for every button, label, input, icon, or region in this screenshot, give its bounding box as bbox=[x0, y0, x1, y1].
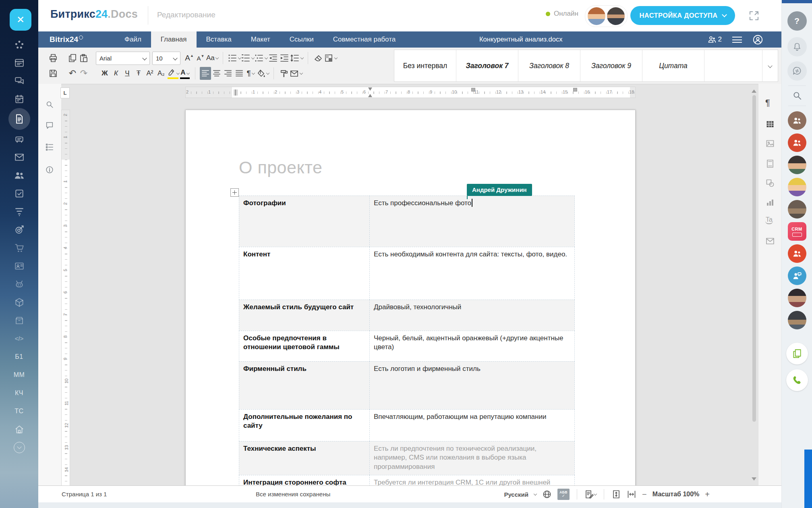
chat-avatar-user-2[interactable] bbox=[788, 178, 806, 196]
shape-settings-button[interactable] bbox=[765, 178, 775, 188]
print-button[interactable] bbox=[48, 52, 59, 65]
numbered-list-button[interactable] bbox=[241, 52, 254, 65]
users-count-button[interactable]: 2 bbox=[707, 35, 722, 44]
table-row[interactable]: Контент Есть необходимый контента для са… bbox=[239, 247, 575, 300]
sidebar-item-messenger[interactable] bbox=[13, 75, 25, 87]
align-right-button[interactable] bbox=[222, 67, 234, 80]
font-size-select[interactable]: 10 bbox=[152, 52, 180, 65]
chat-avatar-group-3[interactable] bbox=[788, 244, 806, 263]
paragraph-marks-button[interactable]: ¶ bbox=[245, 67, 256, 80]
chat-avatar-group-2[interactable] bbox=[788, 133, 806, 152]
text-art-settings-button[interactable]: Ta bbox=[765, 216, 773, 223]
table-row[interactable]: Дополнительные пожелания по сайту Впечат… bbox=[239, 409, 575, 441]
sidebar-item-badge-mm[interactable]: ММ bbox=[13, 369, 25, 381]
sidebar-item-catalog[interactable] bbox=[13, 296, 25, 308]
history-button[interactable] bbox=[787, 61, 807, 81]
sidebar-item-company[interactable] bbox=[13, 423, 25, 435]
collaborator-avatars[interactable] bbox=[585, 5, 628, 27]
table-row[interactable]: Особые предпочтения в отношении цветовой… bbox=[239, 331, 575, 362]
language-select[interactable]: Русский bbox=[504, 491, 528, 498]
sidebar-item-calendar[interactable] bbox=[13, 93, 25, 105]
page[interactable]: О проекте Андрей Дружинин Фотографии Ест… bbox=[185, 110, 636, 485]
access-settings-button[interactable]: НАСТРОЙКА ДОСТУПА bbox=[630, 6, 735, 25]
align-left-button[interactable] bbox=[200, 67, 211, 80]
sidebar-item-warehouse[interactable] bbox=[13, 314, 25, 326]
sidebar-item-badge-ts[interactable]: ТС bbox=[13, 405, 25, 417]
sidebar-item-bot[interactable] bbox=[13, 278, 25, 290]
multilevel-list-button[interactable] bbox=[254, 52, 267, 65]
copy-style-button[interactable] bbox=[278, 67, 290, 80]
chat-avatar-user-4[interactable] bbox=[788, 289, 806, 307]
table-column-grip[interactable] bbox=[573, 88, 577, 92]
scrollbar-thumb[interactable] bbox=[752, 95, 756, 422]
paragraph-settings-button[interactable]: ¶ bbox=[765, 98, 770, 108]
call-button[interactable] bbox=[786, 369, 808, 391]
sidebar-item-feed[interactable] bbox=[13, 57, 25, 69]
font-name-select[interactable]: Arial bbox=[96, 52, 150, 65]
underline-button[interactable]: Ч bbox=[122, 67, 133, 80]
zoom-in-button[interactable]: + bbox=[705, 490, 710, 498]
search-button[interactable] bbox=[792, 90, 802, 101]
v-ruler[interactable]: 211234567891011121314 bbox=[61, 110, 70, 485]
style-no-spacing[interactable]: Без интервал bbox=[394, 50, 456, 81]
chat-avatar-user-1[interactable] bbox=[788, 156, 806, 174]
tab-links[interactable]: Ссылки bbox=[280, 31, 323, 48]
sidebar-item-funnel[interactable] bbox=[13, 206, 25, 217]
table-move-handle[interactable] bbox=[230, 188, 239, 197]
sidebar-item-marketing[interactable] bbox=[13, 224, 25, 235]
track-changes-button[interactable] bbox=[584, 489, 597, 499]
profile-button[interactable] bbox=[752, 34, 763, 45]
scroll-down-icon[interactable] bbox=[752, 477, 756, 483]
sidebar-item-mail[interactable] bbox=[13, 151, 25, 163]
decrease-indent-button[interactable] bbox=[267, 52, 279, 65]
table-row[interactable]: Технические аспекты Есть ли предпочтения… bbox=[239, 441, 575, 475]
set-language-button[interactable] bbox=[542, 489, 552, 499]
hamburger-menu-button[interactable] bbox=[732, 37, 742, 43]
help-button[interactable]: ? bbox=[787, 11, 807, 31]
undo-button[interactable]: ↶ bbox=[67, 67, 78, 80]
image-settings-button[interactable] bbox=[765, 139, 775, 148]
notifications-button[interactable] bbox=[787, 37, 807, 56]
sidebar-item-badge-b1[interactable]: Б1 bbox=[13, 351, 25, 362]
fit-width-button[interactable] bbox=[627, 489, 636, 499]
redo-button[interactable]: ↷ bbox=[78, 67, 89, 80]
style-quote[interactable]: Цитата bbox=[642, 50, 704, 81]
fit-page-button[interactable] bbox=[611, 489, 621, 499]
document-viewport[interactable]: О проекте Андрей Дружинин Фотографии Ест… bbox=[70, 98, 750, 485]
mail-merge-settings-button[interactable] bbox=[765, 236, 775, 246]
paste-button[interactable] bbox=[78, 52, 89, 65]
sidebar-item-tasks[interactable] bbox=[13, 187, 25, 199]
comments-button[interactable] bbox=[45, 121, 54, 130]
table-row[interactable]: Фирменный стиль Есть логотип и фирменный… bbox=[239, 361, 575, 410]
document-table[interactable]: Фотографии Есть профессиональные фото Ко… bbox=[239, 196, 575, 485]
shrink-font-button[interactable]: A▼ bbox=[195, 52, 206, 65]
style-heading-8[interactable]: Заголовок 8 bbox=[518, 50, 580, 81]
chat-crm-badge[interactable]: CRM bbox=[788, 222, 806, 241]
chat-avatar-group-1[interactable] bbox=[788, 111, 806, 130]
sidebar-item-shop[interactable] bbox=[13, 242, 25, 254]
fullscreen-button[interactable] bbox=[748, 10, 760, 22]
vertical-scrollbar[interactable] bbox=[750, 84, 758, 485]
styles-expand-button[interactable] bbox=[762, 50, 778, 81]
cell-shading-button[interactable] bbox=[324, 52, 337, 65]
highlight-color-button[interactable] bbox=[167, 67, 179, 80]
tab-collaboration[interactable]: Совместная работа bbox=[323, 31, 406, 48]
sidebar-item-network[interactable] bbox=[13, 39, 25, 50]
subscript-button[interactable]: A₂ bbox=[155, 67, 167, 80]
scroll-up-icon[interactable] bbox=[752, 87, 756, 93]
close-button[interactable]: ✕ bbox=[10, 9, 31, 31]
chat-avatar-group-4[interactable] bbox=[788, 266, 806, 285]
table-settings-button[interactable] bbox=[765, 119, 775, 129]
sidebar-item-drive[interactable] bbox=[13, 133, 25, 145]
style-heading-7[interactable]: Заголовок 7 bbox=[456, 50, 518, 81]
increase-indent-button[interactable] bbox=[279, 52, 290, 65]
paragraph-shading-button[interactable] bbox=[256, 67, 269, 80]
tab-home[interactable]: Главная bbox=[151, 31, 197, 48]
tab-stop-selector[interactable]: L bbox=[60, 87, 70, 98]
grow-font-button[interactable]: A▲ bbox=[184, 52, 195, 65]
style-heading-9[interactable]: Заголовок 9 bbox=[580, 50, 642, 81]
sidebar-item-developer[interactable]: </> bbox=[13, 333, 25, 344]
bullet-list-button[interactable] bbox=[228, 52, 241, 65]
page-counter[interactable]: Страница 1 из 1 bbox=[62, 491, 107, 498]
about-button[interactable] bbox=[45, 165, 54, 174]
